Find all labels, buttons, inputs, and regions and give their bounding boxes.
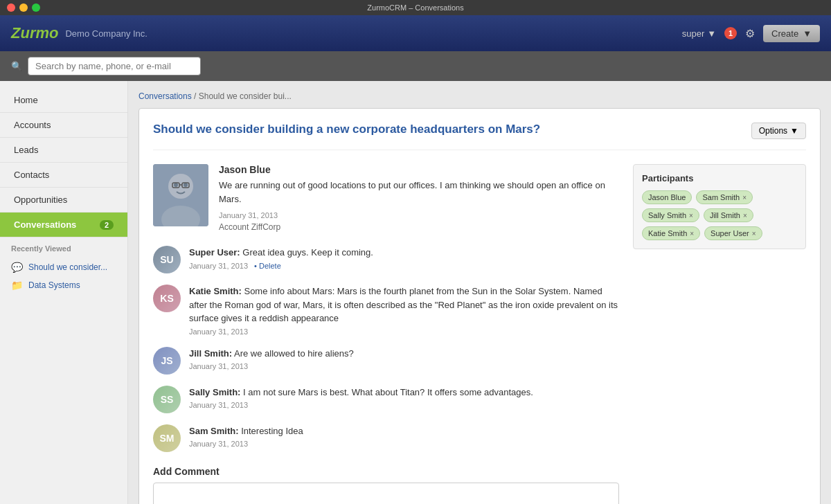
comment-author: Super User: [189, 247, 240, 258]
comment-text: Sam Smith: Interesting Idea [189, 424, 619, 438]
participant-tag: Sally Smith× [642, 208, 699, 222]
breadcrumb-current: Should we consider bui... [199, 91, 292, 101]
comment: JS Jill Smith: Are we allowed to hire al… [153, 347, 619, 375]
comment-textarea[interactable] [153, 483, 619, 505]
add-comment-title: Add Comment [153, 466, 619, 477]
participant-tag: Katie Smith× [642, 226, 700, 240]
avatar-initials: SS [161, 394, 174, 405]
participants-title: Participants [642, 173, 797, 183]
comment-text: Super User: Great idea guys. Keep it com… [189, 246, 619, 260]
search-bar: 🔍 [0, 51, 831, 81]
sidebar-item-accounts[interactable]: Accounts [0, 113, 127, 138]
add-comment-section: Add Comment Add Files Comment [153, 466, 619, 505]
comment: SM Sam Smith: Interesting Idea January 3… [153, 424, 619, 452]
minimize-button[interactable] [19, 3, 28, 12]
comment-avatar: SU [153, 246, 181, 273]
conversation-icon: 💬 [11, 262, 23, 273]
comments-section: Jason Blue We are running out of good lo… [153, 164, 619, 504]
maximize-button[interactable] [32, 3, 40, 12]
sidebar: Home Accounts Leads Contacts Opportuniti… [0, 81, 128, 504]
comments-list: SU Super User: Great idea guys. Keep it … [153, 246, 619, 452]
sidebar-item-home[interactable]: Home [0, 88, 127, 113]
conversation-panel: Should we consider building a new corpor… [138, 108, 821, 504]
recently-viewed-section: Recently Viewed 💬 Should we consider... … [0, 237, 127, 301]
company-name: Demo Company Inc. [65, 28, 148, 39]
sidebar-item-contacts[interactable]: Contacts [0, 163, 127, 188]
sidebar-conversations-label: Conversations [14, 219, 76, 230]
top-navigation: Zurmo Demo Company Inc. super ▼ 1 ⚙ Crea… [0, 15, 831, 51]
comment-content: Super User: Great idea guys. Keep it com… [189, 246, 619, 273]
delete-link[interactable]: • Delete [254, 262, 281, 270]
options-button[interactable]: Options ▼ [751, 123, 806, 139]
comment-text: Katie Smith: Some info about Mars: Mars … [189, 285, 619, 325]
participants-panel: Participants Jason BlueSam Smith×Sally S… [633, 164, 806, 504]
comment-avatar: SS [153, 386, 181, 413]
title-bar: ZurmoCRM – Conversations [0, 0, 831, 15]
participant-tag: Super User× [704, 226, 762, 240]
comment-avatar: SM [153, 424, 181, 452]
comment: KS Katie Smith: Some info about Mars: Ma… [153, 285, 619, 336]
avatar-initials: SM [160, 433, 175, 444]
op-avatar-image [153, 164, 208, 226]
participant-name: Jason Blue [648, 193, 686, 201]
op-date: January 31, 2013 [219, 211, 619, 219]
options-label: Options [759, 126, 787, 136]
recent-item-conversation[interactable]: 💬 Should we consider... [11, 258, 116, 276]
avatar-initials: KS [160, 293, 173, 304]
nav-right: super ▼ 1 ⚙ Create ▼ [682, 25, 820, 42]
comment-meta: January 31, 2013 [189, 362, 619, 370]
participant-name: Jill Smith [710, 211, 740, 219]
comment-avatar: JS [153, 347, 181, 375]
sidebar-item-leads[interactable]: Leads [0, 138, 127, 163]
participant-tag: Sam Smith× [696, 190, 753, 204]
avatar-initials: SU [160, 254, 173, 265]
user-name: super [682, 28, 705, 39]
recent-item-datasystems[interactable]: 📁 Data Systems [11, 276, 116, 294]
op-message: We are running out of good locations to … [219, 179, 619, 206]
user-menu[interactable]: super ▼ [682, 28, 716, 39]
participant-tag: Jason Blue [642, 190, 692, 204]
create-button[interactable]: Create ▼ [763, 25, 820, 42]
remove-participant-button[interactable]: × [743, 212, 747, 219]
conversation-header: Should we consider building a new corpor… [153, 123, 806, 150]
comment-content: Sally Smith: I am not sure Mars is best.… [189, 386, 619, 413]
comment-author: Sam Smith: [189, 426, 239, 436]
svg-point-3 [174, 183, 178, 187]
op-content: Jason Blue We are running out of good lo… [219, 164, 619, 232]
comment-meta: January 31, 2013 [189, 440, 619, 448]
logo: Zurmo [11, 24, 58, 42]
comment-meta: January 31, 2013 [189, 401, 619, 409]
comment-meta: January 31, 2013 • Delete [189, 262, 619, 270]
folder-icon: 📁 [11, 280, 23, 291]
breadcrumb-parent[interactable]: Conversations [138, 91, 192, 101]
window-title: ZurmoCRM – Conversations [367, 3, 463, 12]
dropdown-arrow-icon: ▼ [707, 28, 716, 39]
op-account: Account ZiffCorp [219, 222, 619, 232]
participants-tags: Jason BlueSam Smith×Sally Smith×Jill Smi… [642, 190, 797, 240]
participants-box: Participants Jason BlueSam Smith×Sally S… [633, 164, 806, 249]
participant-name: Super User [711, 229, 749, 237]
comment-author: Jill Smith: [189, 348, 232, 359]
breadcrumb: Conversations / Should we consider bui..… [138, 91, 821, 101]
sidebar-item-opportunities[interactable]: Opportunities [0, 188, 127, 213]
main-content: Conversations / Should we consider bui..… [128, 81, 831, 504]
comment-text: Sally Smith: I am not sure Mars is best.… [189, 386, 619, 399]
comment: SS Sally Smith: I am not sure Mars is be… [153, 386, 619, 413]
comment-author: Sally Smith: [189, 387, 240, 397]
remove-participant-button[interactable]: × [742, 194, 747, 201]
recent-item-label: Should we consider... [28, 262, 107, 272]
op-name: Jason Blue [219, 164, 619, 175]
remove-participant-button[interactable]: × [752, 230, 756, 237]
svg-point-4 [184, 183, 188, 187]
search-input[interactable] [28, 57, 201, 75]
options-dropdown-icon: ▼ [790, 126, 798, 136]
notification-badge[interactable]: 1 [724, 27, 737, 39]
comment-content: Jill Smith: Are we allowed to hire alien… [189, 347, 619, 375]
remove-participant-button[interactable]: × [689, 212, 693, 219]
avatar-initials: JS [161, 355, 172, 366]
settings-icon[interactable]: ⚙ [745, 27, 755, 40]
close-button[interactable] [7, 3, 15, 12]
comment-avatar: KS [153, 285, 181, 312]
remove-participant-button[interactable]: × [690, 230, 694, 237]
sidebar-item-conversations[interactable]: Conversations 2 [0, 213, 127, 237]
